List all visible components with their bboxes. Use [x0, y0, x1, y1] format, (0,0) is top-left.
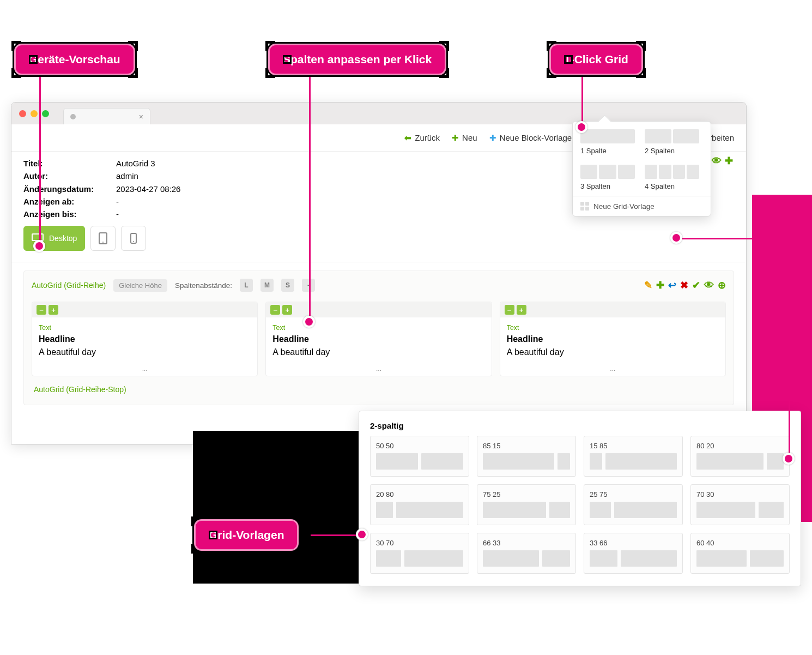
device-label: Desktop	[49, 234, 77, 243]
connector-line	[681, 238, 790, 239]
meta-value-title: AutoGrid 3	[116, 157, 155, 170]
eye-icon[interactable]: 👁	[704, 280, 714, 291]
connector-dot	[303, 316, 315, 328]
template-card[interactable]: 80 20	[690, 436, 790, 477]
gap-size-S[interactable]: S	[281, 279, 294, 292]
option-label: 2 Spalten	[645, 147, 699, 155]
template-label: 70 30	[696, 490, 784, 498]
callout-one-click-grid: 1-Click Grid	[549, 44, 643, 75]
template-card[interactable]: 70 30	[690, 484, 790, 525]
gap-size-L[interactable]: L	[240, 279, 253, 292]
template-card[interactable]: 20 80	[370, 484, 469, 525]
callout-columns-adjust: Spalten anpassen per Klick	[268, 44, 446, 75]
template-label: 85 15	[483, 442, 570, 450]
meta-value-modified: 2023-04-27 08:26	[116, 183, 180, 195]
new-block-template-button[interactable]: ✚ Neue Block-Vorlage	[489, 133, 572, 143]
template-label: 60 40	[696, 539, 784, 547]
callout-label: Spalten anpassen per Klick	[283, 53, 432, 66]
option-label: 3 Spalten	[580, 182, 635, 190]
more-icon[interactable]: ...	[266, 365, 491, 376]
column-widen-button[interactable]: +	[49, 305, 58, 315]
equal-height-toggle[interactable]: Gleiche Höhe	[113, 279, 167, 292]
grid-row-name[interactable]: AutoGrid (Grid-Reihe)	[32, 281, 106, 290]
template-label: 25 75	[590, 490, 677, 498]
grid-option-1col[interactable]: 1 Spalte	[580, 129, 635, 155]
grid-option-2col[interactable]: 2 Spalten	[645, 129, 699, 155]
back-button[interactable]: ⬅ Zurück	[404, 133, 440, 143]
callout-label: Geräte-Vorschau	[29, 53, 120, 66]
template-card[interactable]: 25 75	[584, 484, 683, 525]
block-subtext: A beautiful day	[507, 346, 719, 358]
new-grid-template-link[interactable]: Neue Grid-Vorlage	[580, 202, 703, 211]
callout-device-preview: Geräte-Vorschau	[14, 44, 135, 75]
template-label: 30 70	[376, 539, 463, 547]
device-desktop-button[interactable]: Desktop	[23, 226, 85, 251]
meta-value-showto: -	[116, 208, 119, 220]
column-widen-button[interactable]: +	[282, 305, 292, 315]
template-card[interactable]: 60 40	[690, 533, 790, 574]
meta-value-author: admin	[116, 170, 138, 182]
column-narrow-button[interactable]: −	[505, 305, 514, 315]
window-minimize-icon[interactable]	[31, 110, 38, 117]
plus-circle-icon: ✚	[452, 133, 459, 143]
plus-icon[interactable]: ✚	[725, 154, 733, 169]
plus-circle-icon[interactable]: ⊕	[718, 279, 726, 291]
template-label: 66 33	[483, 539, 570, 547]
template-card[interactable]: 15 85	[584, 436, 683, 477]
callout-grid-templates: Grid-Vorlagen	[194, 519, 299, 551]
grid-column[interactable]: − + Text Headline A beautiful day ...	[32, 302, 258, 376]
plus-icon[interactable]: ✚	[656, 279, 664, 291]
callout-label: Grid-Vorlagen	[209, 528, 284, 542]
eye-icon[interactable]: 👁	[712, 154, 722, 169]
template-label: 33 66	[590, 539, 677, 547]
template-card[interactable]: 75 25	[477, 484, 576, 525]
template-card[interactable]: 66 33	[477, 533, 576, 574]
column-narrow-button[interactable]: −	[270, 305, 280, 315]
grid-templates-panel: 2-spaltig 50 50 85 15 15 85 80 20 20 80 …	[359, 411, 801, 586]
grid-column[interactable]: − + Text Headline A beautiful day ...	[265, 302, 492, 376]
block-headline: Headline	[272, 333, 484, 345]
meta-label-title: Titel:	[23, 157, 116, 170]
check-icon[interactable]: ✔	[692, 279, 700, 291]
template-label: 20 80	[376, 490, 463, 498]
meta-label-author: Autor:	[23, 170, 116, 182]
gap-size-M[interactable]: M	[260, 279, 274, 292]
template-label: 15 85	[590, 442, 677, 450]
grid-column[interactable]: − + Text Headline A beautiful day ...	[500, 302, 726, 376]
grid-row-editor: AutoGrid (Grid-Reihe) Gleiche Höhe Spalt…	[23, 271, 734, 405]
connector-line	[39, 76, 41, 245]
browser-tab[interactable]: ×	[63, 108, 150, 124]
undo-icon[interactable]: ↩	[668, 279, 676, 291]
more-icon[interactable]: ...	[500, 365, 725, 376]
delete-icon[interactable]: ✖	[680, 279, 688, 291]
block-headline: Headline	[39, 333, 251, 345]
device-phone-button[interactable]	[121, 226, 146, 251]
connector-line	[311, 534, 360, 536]
template-card[interactable]: 30 70	[370, 533, 469, 574]
template-card[interactable]: 33 66	[584, 533, 683, 574]
template-card[interactable]: 50 50	[370, 436, 469, 477]
grid-option-3col[interactable]: 3 Spalten	[580, 165, 635, 190]
connector-line	[581, 76, 583, 123]
device-tablet-button[interactable]	[90, 226, 116, 251]
svg-point-5	[133, 241, 134, 242]
close-icon[interactable]: ×	[139, 112, 143, 121]
block-type-label: Text	[507, 323, 719, 333]
more-icon[interactable]: ...	[32, 365, 257, 376]
window-zoom-icon[interactable]	[42, 110, 49, 117]
meta-label-modified: Änderungsdatum:	[23, 183, 116, 195]
template-card[interactable]: 85 15	[477, 436, 576, 477]
column-narrow-button[interactable]: −	[37, 305, 46, 315]
meta-value-showfrom: -	[116, 195, 119, 208]
gaps-label: Spaltenabstände:	[175, 281, 232, 290]
window-close-icon[interactable]	[19, 110, 26, 117]
new-button[interactable]: ✚ Neu	[452, 133, 477, 143]
row-actions: ✎ ✚ ↩ ✖ ✔ 👁 ⊕	[644, 279, 726, 291]
column-widen-button[interactable]: +	[517, 305, 526, 315]
panel-title: 2-spaltig	[370, 421, 790, 430]
block-headline: Headline	[507, 333, 719, 345]
option-label: 4 Spalten	[645, 182, 699, 190]
edit-icon[interactable]: ✎	[644, 279, 652, 291]
grid-option-4col[interactable]: 4 Spalten	[645, 165, 699, 190]
grid-columns: − + Text Headline A beautiful day ... − …	[32, 302, 726, 376]
